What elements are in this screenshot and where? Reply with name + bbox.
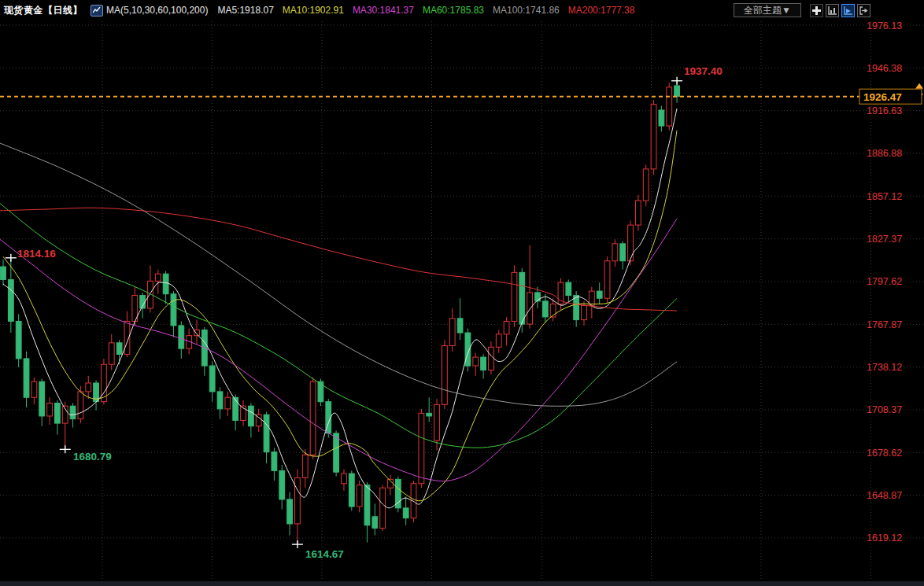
candle[interactable] <box>427 413 432 416</box>
candle[interactable] <box>233 397 238 420</box>
ma-parameter-label: MA(5,10,30,60,100,200) <box>106 5 208 16</box>
candle[interactable] <box>264 415 269 451</box>
ma-line-ma60 <box>0 204 677 448</box>
candle[interactable] <box>155 274 161 281</box>
candle[interactable] <box>287 499 293 524</box>
candle[interactable] <box>16 321 21 358</box>
candle[interactable] <box>419 413 424 483</box>
candle[interactable] <box>1 267 6 279</box>
axis-price-label: 1946.38 <box>867 63 902 74</box>
candle[interactable] <box>675 86 680 97</box>
ma100-value: MA100:1741.86 <box>493 5 560 16</box>
ma5-value: MA5:1918.07 <box>217 5 273 16</box>
candle[interactable] <box>349 474 354 507</box>
candle[interactable] <box>70 406 76 418</box>
candle[interactable] <box>78 392 83 419</box>
axis-price-label: 1916.63 <box>867 105 902 116</box>
candle[interactable] <box>357 485 362 507</box>
candle[interactable] <box>279 470 285 499</box>
extreme-price-label: 1614.67 <box>305 548 344 560</box>
candle[interactable] <box>318 381 323 402</box>
axis-price-label: 1886.88 <box>867 148 902 159</box>
candle[interactable] <box>24 359 29 397</box>
candle[interactable] <box>109 343 114 364</box>
candle[interactable] <box>457 319 463 333</box>
candle[interactable] <box>225 397 231 409</box>
candlestick-chart-icon <box>91 5 103 17</box>
ma10-value: MA10:1902.91 <box>283 5 344 16</box>
candle[interactable] <box>217 392 223 409</box>
candle[interactable] <box>171 294 176 326</box>
ma60-value: MA60:1785.83 <box>423 5 484 16</box>
chart-axes-active-icon[interactable] <box>841 4 855 17</box>
axis-price-label: 1976.13 <box>867 20 902 31</box>
candle[interactable] <box>380 488 386 528</box>
candle[interactable] <box>566 282 571 295</box>
candle[interactable] <box>582 305 587 319</box>
candle[interactable] <box>512 272 517 321</box>
candlestick-chart-canvas[interactable]: 1814.161680.791614.671937.401976.131946.… <box>0 0 924 586</box>
candle[interactable] <box>86 383 91 392</box>
current-price-value: 1926.47 <box>863 91 902 103</box>
candle[interactable] <box>434 404 440 440</box>
candle[interactable] <box>295 477 301 523</box>
symbol-title: 现货黄金【日线】 <box>4 4 83 17</box>
candle[interactable] <box>597 291 602 298</box>
candle[interactable] <box>39 381 45 416</box>
bottom-scrollbar-strip[interactable] <box>0 581 924 586</box>
chart-axes-icon[interactable] <box>826 4 839 17</box>
candle[interactable] <box>519 272 525 324</box>
candle[interactable] <box>504 321 509 334</box>
trading-chart-app: 1814.161680.791614.671937.401976.131946.… <box>0 0 924 586</box>
chart-header: 现货黄金【日线】 MA(5,10,30,60,100,200) MA5:1918… <box>0 0 924 20</box>
candle[interactable] <box>364 485 370 525</box>
candle[interactable] <box>489 347 494 370</box>
price-axis[interactable]: 1976.131946.381916.631886.881857.121827.… <box>859 20 922 544</box>
axis-price-label: 1619.12 <box>867 533 902 544</box>
candle[interactable] <box>302 455 308 477</box>
candle[interactable] <box>481 357 486 370</box>
candle[interactable] <box>248 406 253 426</box>
candle[interactable] <box>620 244 626 261</box>
axis-price-label: 1678.62 <box>867 448 902 459</box>
candle[interactable] <box>163 274 168 294</box>
price-line-layer <box>0 83 923 97</box>
candle[interactable] <box>54 404 60 424</box>
candle[interactable] <box>527 293 533 324</box>
candle[interactable] <box>272 452 277 471</box>
axis-price-label: 1797.62 <box>867 276 902 287</box>
axis-price-label: 1738.12 <box>867 362 902 373</box>
candle[interactable] <box>659 110 664 126</box>
candle[interactable] <box>372 517 378 529</box>
axis-price-label: 1708.37 <box>867 404 902 415</box>
move-icon[interactable] <box>810 4 823 17</box>
candle[interactable] <box>342 474 347 484</box>
candle[interactable] <box>8 279 13 321</box>
candle[interactable] <box>31 381 37 397</box>
ma200-value: MA200:1777.38 <box>568 5 635 16</box>
theme-dropdown[interactable]: 全部主题▼ <box>734 3 801 17</box>
candle[interactable] <box>209 366 215 392</box>
candle[interactable] <box>179 326 184 348</box>
candle[interactable] <box>667 87 672 126</box>
candle[interactable] <box>635 201 641 225</box>
candle[interactable] <box>47 404 53 416</box>
candle[interactable] <box>403 508 408 518</box>
ma30-value: MA30:1841.37 <box>353 5 414 16</box>
candle[interactable] <box>643 169 649 201</box>
candle[interactable] <box>442 345 447 404</box>
candle[interactable] <box>612 244 618 261</box>
axis-price-label: 1827.37 <box>867 234 902 245</box>
extreme-price-label: 1814.16 <box>17 248 56 260</box>
candle[interactable] <box>310 381 316 455</box>
candle[interactable] <box>542 301 548 317</box>
candle[interactable] <box>604 261 610 298</box>
candle[interactable] <box>496 334 501 347</box>
candle[interactable] <box>473 357 479 366</box>
candle[interactable] <box>116 343 122 355</box>
candle[interactable] <box>574 296 579 320</box>
axis-price-label: 1648.87 <box>867 490 902 501</box>
exit-pane-icon[interactable] <box>857 4 870 17</box>
candle[interactable] <box>651 105 656 169</box>
candle[interactable] <box>449 319 455 346</box>
